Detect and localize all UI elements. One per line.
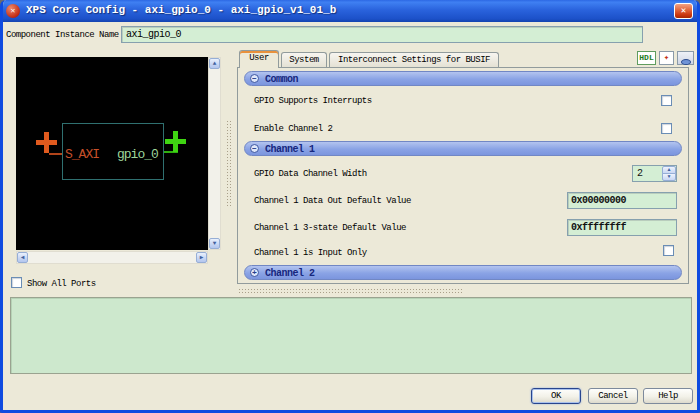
gpio-supports-interrupts-label: GPIO Supports Interrupts	[254, 96, 372, 106]
section-common-title: Common	[265, 74, 298, 85]
section-channel1-title: Channel 1	[265, 144, 315, 155]
description-panel	[10, 297, 692, 374]
show-all-ports-checkbox[interactable]	[11, 277, 22, 288]
gpio-plus-icon	[165, 131, 186, 152]
ch1-data-out-default-label: Channel 1 Data Out Default Value	[254, 196, 411, 206]
title-bar[interactable]: ✕ XPS Core Config - axi_gpio_0 - axi_gpi…	[0, 0, 700, 22]
section-common-header[interactable]: − Common	[244, 71, 682, 86]
scroll-down-icon[interactable]: ▼	[209, 238, 220, 249]
collapse-icon[interactable]: −	[250, 144, 259, 153]
globe-icon	[681, 59, 691, 65]
component-instance-name-input[interactable]	[121, 26, 643, 43]
spinner-down-icon[interactable]: ▼	[662, 173, 676, 181]
config-panel: − Common GPIO Supports Interrupts Enable…	[237, 67, 689, 284]
close-icon[interactable]: ✕	[674, 3, 693, 19]
tab-user[interactable]: User	[239, 50, 279, 68]
horizontal-splitter[interactable]	[238, 288, 464, 293]
tab-interconnect-settings[interactable]: Interconnect Settings for BUSIF	[329, 52, 499, 68]
vertical-splitter[interactable]	[226, 120, 231, 208]
view-hdl-button[interactable]: HDL	[637, 51, 656, 65]
s-axi-plus-icon	[36, 132, 57, 153]
s-axi-port-stub	[49, 153, 62, 155]
gpio-data-channel-width-spinner[interactable]: 2 ▲ ▼	[632, 165, 677, 182]
ch1-tristate-default-label: Channel 1 3-state Default Value	[254, 223, 406, 233]
s-axi-port-label: S_AXI	[65, 147, 99, 162]
window-title: XPS Core Config - axi_gpio_0 - axi_gpio_…	[26, 4, 336, 16]
gpio-data-channel-width-label: GPIO Data Channel Width	[254, 169, 367, 179]
scroll-left-icon[interactable]: ◀	[17, 252, 28, 263]
help-button[interactable]: Help	[643, 388, 693, 404]
ok-button[interactable]: OK	[531, 388, 581, 404]
canvas-vertical-scrollbar[interactable]: ▲ ▼	[208, 57, 221, 250]
spinner-value: 2	[637, 168, 643, 179]
show-all-ports-label: Show All Ports	[27, 279, 96, 289]
pdf-datasheet-icon[interactable]: ✦	[659, 51, 674, 65]
tab-system[interactable]: System	[281, 52, 327, 68]
scroll-up-icon[interactable]: ▲	[209, 58, 220, 69]
ch1-input-only-label: Channel 1 is Input Only	[254, 248, 367, 258]
expand-icon[interactable]: +	[250, 268, 259, 277]
gpio-port-label: gpio_0	[117, 147, 158, 162]
ch1-input-only-checkbox[interactable]	[663, 245, 674, 256]
collapse-icon[interactable]: −	[250, 74, 259, 83]
scroll-right-icon[interactable]: ▶	[196, 252, 207, 263]
enable-channel-2-label: Enable Channel 2	[254, 124, 332, 134]
ch1-tristate-default-input[interactable]	[567, 219, 677, 236]
canvas-horizontal-scrollbar[interactable]: ◀ ▶	[16, 251, 208, 264]
xps-core-config-dialog: ✕ XPS Core Config - axi_gpio_0 - axi_gpi…	[0, 0, 700, 413]
gpio-supports-interrupts-checkbox[interactable]	[661, 95, 672, 106]
section-channel2-title: Channel 2	[265, 268, 315, 279]
web-docs-icon[interactable]	[677, 51, 694, 65]
ip-block-diagram-canvas: S_AXI gpio_0	[16, 57, 208, 250]
enable-channel-2-checkbox[interactable]	[661, 123, 672, 134]
cancel-button[interactable]: Cancel	[588, 388, 638, 404]
xilinx-app-icon: ✕	[6, 4, 20, 18]
ch1-data-out-default-input[interactable]	[567, 192, 677, 209]
section-channel2-header[interactable]: + Channel 2	[244, 265, 682, 280]
section-channel1-header[interactable]: − Channel 1	[244, 141, 682, 156]
component-instance-name-label: Component Instance Name	[6, 30, 119, 40]
